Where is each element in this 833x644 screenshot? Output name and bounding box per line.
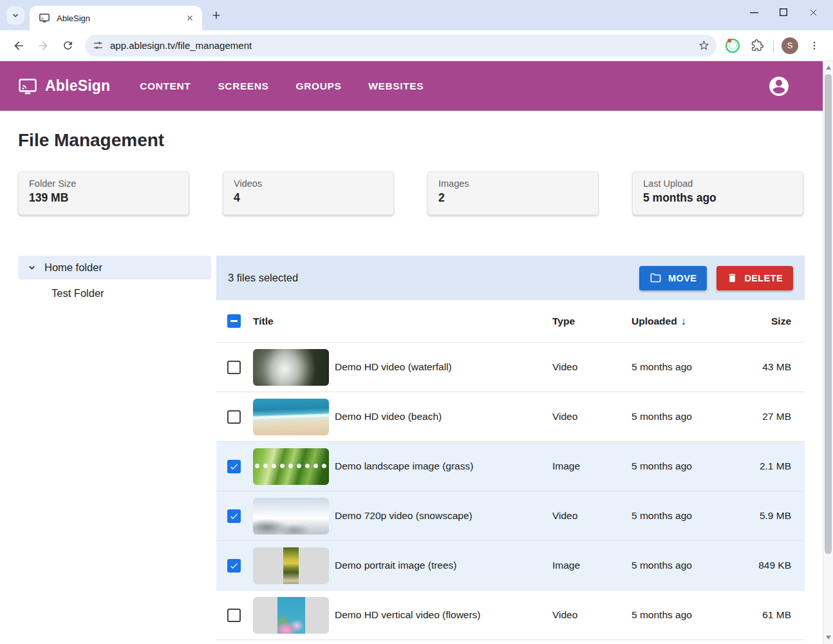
file-type: Video — [552, 510, 632, 522]
selection-count-text: 3 files selected — [228, 272, 639, 284]
table-row[interactable]: Demo HD video (beach) Video 5 months ago… — [216, 392, 805, 442]
folder-item-home[interactable]: Home folder — [18, 256, 211, 279]
table-row[interactable]: Demo HD vertical video (flowers) Video 5… — [216, 591, 805, 640]
row-checkbox[interactable] — [227, 410, 241, 424]
stat-label: Videos — [234, 178, 383, 189]
url-bar[interactable]: app.ablesign.tv/file_management — [85, 35, 716, 57]
table-row[interactable]: Demo HD video (waterfall) Video 5 months… — [216, 343, 805, 392]
ablesign-logo-icon — [18, 77, 37, 96]
stat-label: Folder Size — [29, 178, 178, 189]
file-title: Demo landscape image (grass) — [335, 460, 473, 472]
table-row[interactable]: Demo portrait image (trees) Image 5 mont… — [216, 541, 805, 591]
file-size: 27 MB — [733, 411, 791, 422]
row-checkbox[interactable] — [227, 509, 241, 523]
move-button[interactable]: MOVE — [639, 266, 707, 290]
table-header-row: Title Type Uploaded ↓ Size — [216, 300, 805, 343]
nav-item-groups[interactable]: GROUPS — [296, 80, 342, 92]
column-header-title[interactable]: Title — [253, 316, 552, 327]
column-header-size[interactable]: Size — [733, 316, 791, 327]
nav-item-content[interactable]: CONTENT — [140, 80, 191, 92]
brand[interactable]: AbleSign — [18, 77, 110, 96]
column-header-type[interactable]: Type — [552, 316, 632, 327]
row-checkbox[interactable] — [227, 559, 241, 573]
file-uploaded: 5 months ago — [632, 609, 733, 621]
file-type: Video — [552, 609, 632, 621]
forward-button[interactable] — [32, 35, 54, 57]
window-minimize-button[interactable] — [739, 0, 769, 24]
chevron-down-icon[interactable] — [27, 263, 37, 272]
tab-search-button[interactable] — [6, 6, 24, 24]
row-checkbox[interactable] — [227, 361, 241, 374]
file-uploaded: 5 months ago — [632, 361, 733, 373]
check-icon — [229, 462, 239, 471]
folder-label: Home folder — [44, 261, 102, 274]
file-type: Video — [552, 361, 632, 373]
window-maximize-button[interactable] — [769, 0, 798, 24]
selection-bar: 3 files selected MOVE DELETE — [216, 256, 805, 300]
stat-value: 2 — [438, 191, 588, 205]
check-icon — [229, 561, 239, 571]
select-all-checkbox[interactable] — [227, 314, 241, 328]
extensions-puzzle-icon[interactable] — [746, 35, 768, 57]
file-size: 849 KB — [733, 560, 791, 571]
browser-profile-avatar[interactable]: S — [782, 37, 798, 54]
file-uploaded: 5 months ago — [632, 560, 733, 571]
scrollbar-thumb[interactable] — [825, 74, 832, 554]
new-tab-button[interactable]: + — [207, 6, 225, 24]
stat-value: 5 months ago — [643, 191, 792, 205]
file-type: Image — [552, 560, 632, 571]
stat-card-images: Images 2 — [427, 171, 599, 215]
url-text[interactable]: app.ablesign.tv/file_management — [110, 40, 698, 51]
stat-value: 4 — [234, 191, 383, 205]
files-table: Title Type Uploaded ↓ Size Demo HD video… — [216, 300, 805, 640]
folder-tree: Home folder Test Folder — [18, 256, 211, 305]
file-uploaded: 5 months ago — [632, 460, 733, 472]
tab-close-icon[interactable] — [184, 12, 196, 24]
page-scrollbar[interactable] — [823, 61, 833, 644]
trash-icon — [727, 272, 738, 283]
row-checkbox[interactable] — [227, 609, 241, 622]
file-thumbnail — [253, 349, 329, 386]
file-thumbnail — [253, 498, 329, 535]
file-type: Video — [552, 411, 632, 422]
browser-menu-kebab-icon[interactable] — [803, 35, 825, 57]
column-header-uploaded[interactable]: Uploaded ↓ — [632, 316, 733, 327]
table-row[interactable]: Demo landscape image (grass) Image 5 mon… — [216, 442, 805, 491]
folder-item-test[interactable]: Test Folder — [18, 281, 211, 305]
file-size: 61 MB — [733, 609, 791, 621]
site-settings-icon[interactable] — [93, 40, 104, 51]
browser-tab[interactable]: AbleSign — [30, 6, 202, 30]
file-size: 2.1 MB — [733, 460, 791, 472]
stat-card-videos: Videos 4 — [223, 171, 394, 215]
folder-label: Test Folder — [51, 287, 104, 299]
account-menu-button[interactable] — [767, 75, 791, 98]
back-button[interactable] — [8, 35, 30, 57]
file-thumbnail — [253, 597, 329, 634]
scrollbar-down-arrow[interactable] — [823, 632, 833, 643]
file-title: Demo 720p video (snowscape) — [335, 510, 473, 522]
extension-status-icon[interactable] — [725, 39, 740, 53]
stats-row: Folder Size 139 MB Videos 4 Images 2 Las… — [18, 171, 805, 215]
move-button-label: MOVE — [668, 273, 697, 283]
chevron-down-icon — [11, 11, 20, 20]
stat-card-folder-size: Folder Size 139 MB — [18, 171, 189, 215]
scrollbar-up-arrow[interactable] — [823, 62, 833, 73]
stat-label: Images — [438, 178, 588, 189]
stat-label: Last Upload — [643, 178, 792, 189]
file-size: 43 MB — [733, 361, 791, 373]
delete-button[interactable]: DELETE — [716, 266, 793, 290]
file-type: Image — [552, 460, 632, 472]
file-title: Demo HD video (waterfall) — [335, 361, 452, 373]
ablesign-favicon — [39, 12, 50, 24]
table-row[interactable]: Demo 720p video (snowscape) Video 5 mont… — [216, 491, 805, 541]
file-size: 5.9 MB — [733, 510, 791, 522]
row-checkbox[interactable] — [227, 460, 241, 473]
reload-button[interactable] — [57, 35, 79, 57]
nav-item-websites[interactable]: WEBSITES — [368, 80, 424, 92]
window-close-button[interactable] — [798, 0, 828, 24]
tab-title: AbleSign — [57, 14, 184, 23]
bookmark-star-icon[interactable] — [698, 39, 710, 52]
file-thumbnail — [253, 448, 329, 485]
file-uploaded: 5 months ago — [632, 510, 733, 522]
nav-item-screens[interactable]: SCREENS — [218, 80, 268, 92]
